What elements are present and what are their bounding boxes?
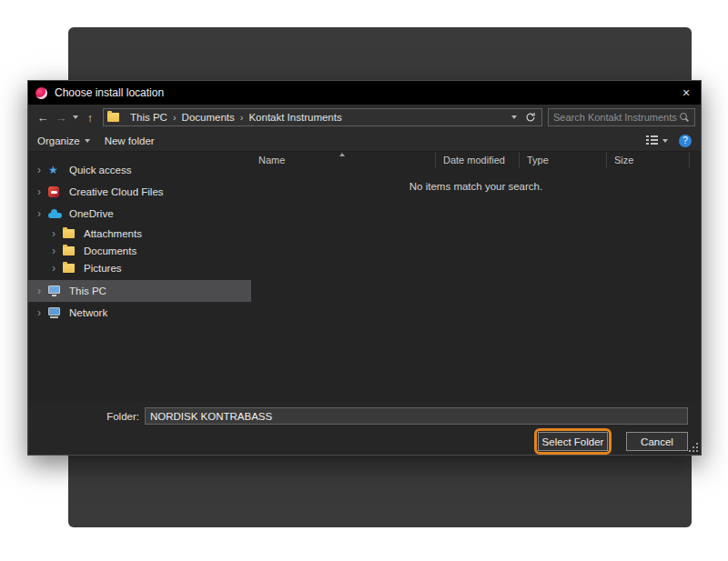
search-icon[interactable] bbox=[680, 113, 690, 123]
organize-label: Organize bbox=[37, 135, 80, 146]
address-dropdown-icon[interactable] bbox=[509, 115, 520, 119]
creative-cloud-icon bbox=[48, 186, 66, 197]
sort-ascending-icon bbox=[339, 153, 345, 156]
folder-label: Folder: bbox=[28, 411, 145, 422]
close-button[interactable]: × bbox=[672, 81, 701, 105]
expand-chevron-icon[interactable]: › bbox=[52, 262, 63, 275]
desktop-background: Choose install location × ← → ↑ This PC … bbox=[0, 0, 728, 561]
organize-button[interactable]: Organize bbox=[37, 135, 90, 146]
native-access-logo-icon bbox=[35, 87, 47, 99]
navigation-pane: › ★ Quick access › Creative Cloud Files … bbox=[28, 152, 251, 402]
empty-results-message: No items match your search. bbox=[251, 181, 701, 192]
title-bar[interactable]: Choose install location × bbox=[28, 81, 701, 105]
navigation-bar: ← → ↑ This PC › Documents › Kontakt Inst… bbox=[28, 105, 701, 130]
expand-chevron-icon[interactable]: › bbox=[37, 306, 48, 319]
folder-icon bbox=[63, 246, 81, 255]
up-button[interactable]: ↑ bbox=[81, 111, 99, 125]
computer-icon bbox=[48, 286, 66, 296]
search-input[interactable] bbox=[553, 112, 680, 123]
main-area: › ★ Quick access › Creative Cloud Files … bbox=[28, 152, 701, 402]
expand-chevron-icon[interactable]: › bbox=[37, 164, 48, 176]
column-header-name[interactable]: Name bbox=[251, 152, 436, 168]
onedrive-cloud-icon bbox=[48, 209, 66, 218]
breadcrumb-segment[interactable]: Documents bbox=[177, 112, 239, 123]
back-button[interactable]: ← bbox=[34, 111, 52, 125]
cancel-button[interactable]: Cancel bbox=[626, 432, 688, 451]
sidebar-item-pictures[interactable]: › Pictures bbox=[28, 259, 251, 276]
file-list: Name Date modified Type Size No items ma… bbox=[251, 152, 701, 402]
dialog-footer: Folder: Select Folder Cancel bbox=[28, 402, 701, 455]
select-folder-button[interactable]: Select Folder bbox=[538, 432, 608, 451]
new-folder-button[interactable]: New folder bbox=[105, 135, 155, 146]
column-header-type[interactable]: Type bbox=[520, 152, 607, 168]
network-icon bbox=[48, 307, 66, 318]
sidebar-item-quick-access[interactable]: › ★ Quick access bbox=[28, 159, 251, 181]
sidebar-item-creative-cloud-files[interactable]: › Creative Cloud Files bbox=[28, 181, 251, 203]
folder-name-input[interactable] bbox=[145, 407, 688, 425]
sidebar-item-network[interactable]: › Network bbox=[28, 302, 251, 324]
search-box[interactable] bbox=[548, 108, 695, 126]
address-folder-icon bbox=[107, 113, 126, 122]
command-toolbar: Organize New folder ? bbox=[28, 130, 701, 152]
expand-chevron-icon[interactable]: › bbox=[37, 285, 48, 297]
expand-chevron-icon[interactable]: › bbox=[37, 185, 48, 198]
expand-chevron-icon[interactable]: › bbox=[52, 227, 63, 240]
folder-icon bbox=[63, 229, 81, 238]
history-dropdown-icon[interactable] bbox=[70, 115, 81, 119]
list-view-icon bbox=[646, 135, 658, 145]
chevron-down-icon bbox=[662, 139, 668, 143]
dialog-title: Choose install location bbox=[55, 86, 164, 99]
choose-install-location-dialog: Choose install location × ← → ↑ This PC … bbox=[27, 80, 702, 456]
address-bar[interactable]: This PC › Documents › Kontakt Instrument… bbox=[103, 108, 542, 126]
highlight-annotation-box: Select Folder bbox=[534, 428, 612, 455]
forward-button[interactable]: → bbox=[52, 111, 70, 125]
chevron-down-icon bbox=[85, 139, 90, 143]
sidebar-item-this-pc[interactable]: › This PC bbox=[28, 280, 251, 302]
expand-chevron-icon[interactable]: › bbox=[37, 207, 48, 220]
sidebar-item-documents[interactable]: › Documents bbox=[28, 242, 251, 259]
column-header-date-modified[interactable]: Date modified bbox=[436, 152, 520, 168]
folder-icon bbox=[63, 264, 81, 273]
star-icon: ★ bbox=[48, 165, 66, 175]
refresh-icon[interactable] bbox=[525, 112, 536, 123]
help-icon[interactable]: ? bbox=[679, 135, 692, 147]
column-header-row: Name Date modified Type Size bbox=[251, 152, 701, 168]
expand-chevron-icon[interactable]: › bbox=[52, 245, 63, 257]
sidebar-item-attachments[interactable]: › Attachments bbox=[28, 225, 251, 242]
new-folder-label: New folder bbox=[105, 135, 155, 146]
sidebar-item-onedrive[interactable]: › OneDrive bbox=[28, 203, 251, 225]
column-header-size[interactable]: Size bbox=[607, 152, 690, 168]
breadcrumb-segment[interactable]: Kontakt Instruments bbox=[244, 112, 346, 123]
breadcrumb-segment[interactable]: This PC bbox=[126, 112, 172, 123]
view-options-button[interactable] bbox=[646, 135, 668, 145]
resize-grip[interactable] bbox=[689, 443, 698, 452]
